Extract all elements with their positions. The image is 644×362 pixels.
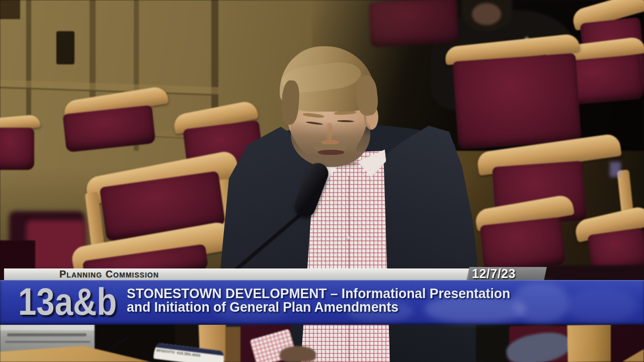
program-title: Planning Commission (59, 268, 159, 280)
agenda-item-title-line1: STONESTOWN DEVELOPMENT – Informational P… (127, 287, 510, 301)
agenda-item-title: STONESTOWN DEVELOPMENT – Informational P… (127, 287, 510, 314)
watermark-blob (566, 289, 636, 322)
printer-slot (7, 333, 87, 336)
chair-leg-shadow (225, 327, 243, 362)
speaker-hand (280, 346, 316, 362)
video-frame: SFGOVTV: 415.554.4000 Planning Commissio… (0, 0, 644, 362)
watermark-blob (513, 283, 569, 323)
printer-top-face (0, 324, 95, 330)
agenda-item-title-line2: and Initiation of General Plan Amendment… (127, 301, 510, 314)
chair-leg (567, 324, 612, 362)
date-text: 12/7/23 (472, 266, 516, 281)
agenda-item-number: 13a&b (18, 280, 117, 325)
printer-slot (5, 341, 91, 343)
